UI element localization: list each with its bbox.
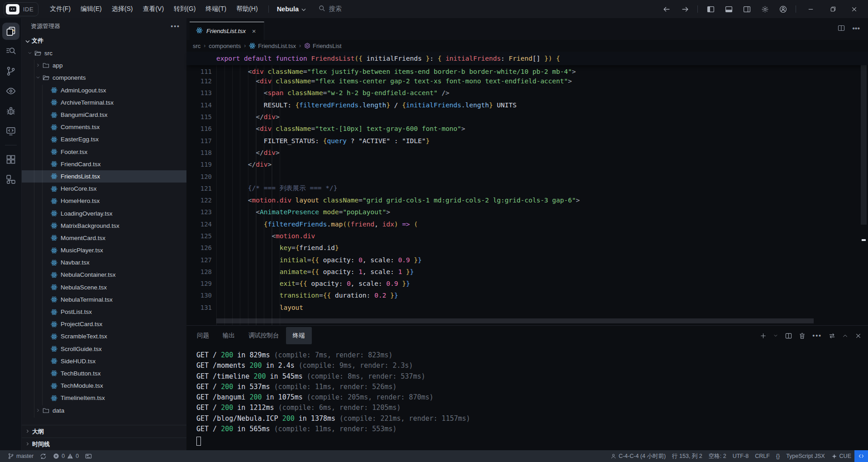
menu-item-终[interactable]: 终端(T) xyxy=(200,3,231,15)
blame-status[interactable]: C-4-C-4 (4 小时前) xyxy=(607,452,669,460)
sticky-scroll-line[interactable]: export default function FriendsList({ in… xyxy=(186,52,868,65)
horizontal-scrollbar[interactable] xyxy=(216,318,814,323)
git-branch-status[interactable]: master xyxy=(5,453,37,459)
layout-panel-icon[interactable] xyxy=(721,3,736,15)
layout-sidebar-icon[interactable] xyxy=(703,3,718,15)
tab-friendslist[interactable]: FriendsList.tsx × xyxy=(190,22,264,40)
panel-tab-终端[interactable]: 终端 xyxy=(286,327,312,344)
tree-item-HeroCore.tsx[interactable]: HeroCore.tsx xyxy=(22,183,186,195)
menu-item-选[interactable]: 选择(S) xyxy=(107,3,138,15)
activity-item-flow[interactable] xyxy=(2,171,19,188)
tree-item-Comments.tsx[interactable]: Comments.tsx xyxy=(22,121,186,133)
menu-item-编[interactable]: 编辑(E) xyxy=(76,3,107,15)
chevron-down-icon[interactable] xyxy=(773,333,778,338)
cue-status[interactable]: CUE xyxy=(828,453,854,459)
tree-item-BangumiCard.tsx[interactable]: BangumiCard.tsx xyxy=(22,109,186,121)
plus-icon[interactable] xyxy=(760,332,767,339)
sync-status[interactable] xyxy=(37,453,50,460)
tree-item-PostList.tsx[interactable]: PostList.tsx xyxy=(22,306,186,318)
panel-tab-问题[interactable]: 问题 xyxy=(190,327,216,344)
close-icon[interactable] xyxy=(855,332,862,339)
tree-item-app[interactable]: app xyxy=(22,59,186,72)
tree-item-src[interactable]: src xyxy=(22,47,186,59)
tree-item-MusicPlayer.tsx[interactable]: MusicPlayer.tsx xyxy=(22,244,186,256)
files-section-header[interactable]: 文件 xyxy=(22,34,186,47)
activity-item-watch[interactable] xyxy=(2,82,19,100)
tree-item-ScrollGuide.tsx[interactable]: ScrollGuide.tsx xyxy=(22,343,186,355)
menu-item-文[interactable]: 文件(F) xyxy=(45,3,76,15)
braces-status[interactable]: {} xyxy=(773,453,783,459)
panel-tab-输出[interactable]: 输出 xyxy=(216,327,242,344)
tree-item-HomeHero.tsx[interactable]: HomeHero.tsx xyxy=(22,195,186,207)
breadcrumb-item-src[interactable]: src xyxy=(193,43,200,49)
tree-item-LoadingOverlay.tsx[interactable]: LoadingOverlay.tsx xyxy=(22,207,186,219)
tree-item-components[interactable]: components xyxy=(22,72,186,84)
menu-item-帮[interactable]: 帮助(H) xyxy=(231,3,262,15)
breadcrumb-item-FriendsList.tsx[interactable]: FriendsList.tsx xyxy=(249,43,296,49)
swap-icon[interactable] xyxy=(829,332,835,339)
activity-item-search[interactable] xyxy=(2,43,19,60)
arrow-right-icon[interactable] xyxy=(677,3,692,15)
layout-right-icon[interactable] xyxy=(739,3,754,15)
activity-item-debug[interactable] xyxy=(2,102,19,120)
activity-item-extensions[interactable] xyxy=(2,151,19,168)
tree-item-data[interactable]: data xyxy=(22,404,186,416)
more-actions-icon[interactable]: ••• xyxy=(852,24,860,34)
vertical-scrollbar[interactable] xyxy=(861,65,867,225)
tree-item-FriendCard.tsx[interactable]: FriendCard.tsx xyxy=(22,158,186,170)
menu-item-查[interactable]: 查看(V) xyxy=(138,3,169,15)
explorer-more-actions-icon[interactable]: ••• xyxy=(171,23,180,30)
minimize-icon[interactable] xyxy=(801,2,820,16)
tree-item-Navbar.tsx[interactable]: Navbar.tsx xyxy=(22,256,186,269)
account-icon[interactable] xyxy=(775,3,791,15)
activity-item-source-control[interactable] xyxy=(2,63,19,80)
tree-item-EasterEgg.tsx[interactable]: EasterEgg.tsx xyxy=(22,133,186,145)
menu-item-转[interactable]: 转到(G) xyxy=(169,3,200,15)
terminal-status[interactable] xyxy=(82,453,95,460)
panel-tab-调试控制台[interactable]: 调试控制台 xyxy=(242,327,286,344)
terminal-output[interactable]: GET / 200 in 829ms (compile: 7ms, render… xyxy=(186,346,868,450)
tree-item-MatrixBackground.tsx[interactable]: MatrixBackground.tsx xyxy=(22,220,186,232)
eol[interactable]: CRLF xyxy=(752,453,773,459)
section-时间线[interactable]: 时间线 xyxy=(22,438,186,450)
breadcrumb-item-FriendsList[interactable]: FriendsList xyxy=(304,43,342,49)
split-icon[interactable] xyxy=(785,332,792,339)
gear-icon[interactable] xyxy=(757,3,773,15)
tree-item-MomentCard.tsx[interactable]: MomentCard.tsx xyxy=(22,232,186,244)
indentation[interactable]: 空格: 2 xyxy=(706,452,730,460)
remote-indicator[interactable] xyxy=(854,450,868,462)
close-window-icon[interactable] xyxy=(844,2,863,16)
activity-item-explorer[interactable] xyxy=(2,23,19,40)
cursor-position[interactable]: 行 153, 列 2 xyxy=(669,452,706,460)
maximize-icon[interactable] xyxy=(823,2,842,16)
tree-item-TechButton.tsx[interactable]: TechButton.tsx xyxy=(22,367,186,380)
tree-item-Footer.tsx[interactable]: Footer.tsx xyxy=(22,146,186,158)
ellipsis-icon[interactable]: ••• xyxy=(812,332,822,339)
tree-item-TechModule.tsx[interactable]: TechModule.tsx xyxy=(22,380,186,392)
project-selector[interactable]: Nebula xyxy=(274,4,309,14)
tree-item-SideHUD.tsx[interactable]: SideHUD.tsx xyxy=(22,355,186,367)
tree-item-AdminLogout.tsx[interactable]: AdminLogout.tsx xyxy=(22,84,186,96)
breadcrumb-item-components[interactable]: components xyxy=(209,43,241,49)
tree-item-FriendsList.tsx[interactable]: FriendsList.tsx xyxy=(22,170,186,183)
tree-item-TimelineItem.tsx[interactable]: TimelineItem.tsx xyxy=(22,392,186,404)
activity-item-code-screen[interactable] xyxy=(2,122,19,140)
tree-item-NebulaContainer.tsx[interactable]: NebulaContainer.tsx xyxy=(22,269,186,281)
language-mode[interactable]: TypeScript JSX xyxy=(783,453,828,459)
app-logo[interactable]: IDE xyxy=(4,2,38,16)
tree-item-NebulaTerminal.tsx[interactable]: NebulaTerminal.tsx xyxy=(22,294,186,306)
encoding[interactable]: UTF-8 xyxy=(730,453,752,459)
code-editor[interactable]: 111 <div className="flex justify-between… xyxy=(186,65,868,325)
tree-item-ArchiveTerminal.tsx[interactable]: ArchiveTerminal.tsx xyxy=(22,96,186,109)
global-search[interactable]: 搜索 xyxy=(319,5,342,13)
tree-item-ScrambleText.tsx[interactable]: ScrambleText.tsx xyxy=(22,330,186,342)
problems-status[interactable]: 00 xyxy=(50,453,82,459)
section-大纲[interactable]: 大纲 xyxy=(22,425,186,438)
tree-item-ProjectCard.tsx[interactable]: ProjectCard.tsx xyxy=(22,318,186,330)
chevron-up-icon[interactable] xyxy=(842,333,848,339)
trash-icon[interactable] xyxy=(799,332,806,339)
tab-close-icon[interactable]: × xyxy=(249,27,258,36)
split-editor-icon[interactable] xyxy=(838,24,845,34)
arrow-left-icon[interactable] xyxy=(659,3,674,15)
tree-item-NebulaScene.tsx[interactable]: NebulaScene.tsx xyxy=(22,281,186,294)
